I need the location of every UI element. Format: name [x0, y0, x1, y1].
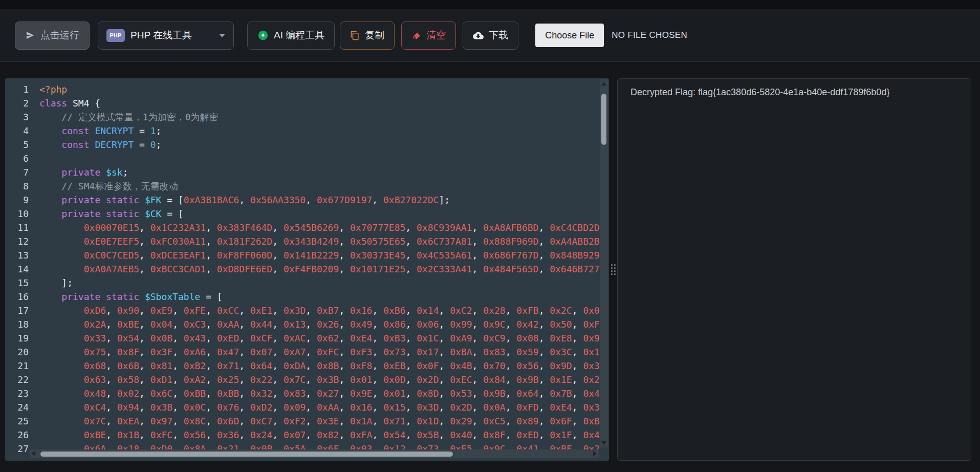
chevron-down-icon [219, 34, 225, 37]
language-select[interactable]: PHP PHP 在线工具 [98, 22, 234, 50]
scroll-left-arrow-icon[interactable] [32, 451, 35, 456]
code-lines: <?phpclass SM4 { // 定义模式常量，1为加密，0为解密 con… [39, 82, 600, 461]
panel-resize-handle[interactable] [609, 78, 617, 461]
file-status-text: NO FILE CHOSEN [612, 30, 687, 40]
php-logo: PHP [106, 29, 125, 42]
run-button[interactable]: 点击运行 [15, 22, 90, 50]
cloud-download-icon [473, 30, 484, 41]
copy-icon [350, 31, 360, 40]
ai-tool-button[interactable]: AI 编程工具 [247, 22, 335, 50]
window-top-strip [0, 0, 980, 9]
toolbar-row: 点击运行 PHP PHP 在线工具 AI 编程工具 复制 清空 [15, 9, 975, 62]
scroll-right-arrow-icon[interactable] [593, 451, 597, 456]
send-icon [25, 30, 35, 40]
download-button-label: 下载 [489, 29, 508, 42]
copy-button-label: 复制 [365, 29, 384, 42]
output-panel: Decrypted Flag: flag{1ac380d6-5820-4e1a-… [617, 78, 971, 461]
download-button[interactable]: 下载 [463, 22, 518, 50]
run-button-label: 点击运行 [40, 29, 79, 42]
ai-logo-icon [257, 30, 269, 41]
toolbar: 点击运行 PHP PHP 在线工具 AI 编程工具 复制 清空 [0, 0, 980, 62]
language-select-label: PHP 在线工具 [130, 29, 219, 42]
ai-tool-label: AI 编程工具 [274, 29, 324, 42]
horizontal-scrollbar-thumb[interactable] [40, 452, 453, 457]
vertical-scrollbar-thumb[interactable] [601, 94, 606, 145]
scroll-down-arrow-icon[interactable] [601, 441, 606, 445]
vertical-scrollbar[interactable] [600, 79, 608, 447]
eraser-icon [411, 31, 421, 40]
drag-grip-icon [611, 264, 616, 275]
file-upload-control[interactable]: Choose File NO FILE CHOSEN [535, 24, 687, 47]
clear-button[interactable]: 清空 [401, 22, 456, 50]
choose-file-button[interactable]: Choose File [535, 24, 604, 47]
scroll-up-arrow-icon[interactable] [601, 82, 606, 85]
clear-button-label: 清空 [426, 29, 446, 42]
code-editor[interactable]: 1234567891011121314151617181920212223242… [5, 78, 609, 461]
output-text: Decrypted Flag: flag{1ac380d6-5820-4e1a-… [618, 79, 971, 98]
copy-button[interactable]: 复制 [340, 22, 395, 50]
horizontal-scrollbar[interactable] [30, 449, 599, 458]
line-number-gutter: 1234567891011121314151617181920212223242… [5, 82, 29, 456]
